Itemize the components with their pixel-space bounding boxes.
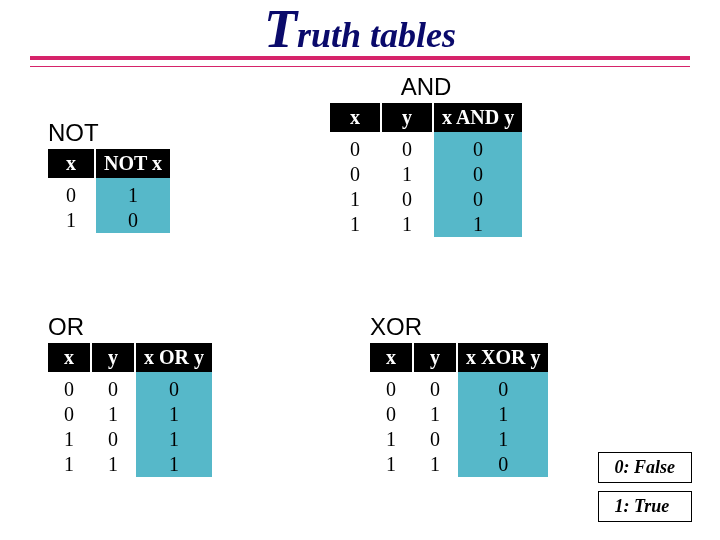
cell: 0 <box>433 162 522 187</box>
cell: 0 <box>330 162 381 187</box>
table-header-row: x NOT x <box>48 149 170 178</box>
cell: 1 <box>370 427 413 452</box>
cell: 1 <box>370 452 413 477</box>
table-not: x NOT x 0 1 1 0 <box>48 149 170 233</box>
table-header-row: x y x XOR y <box>370 343 548 372</box>
table-label-and: AND <box>330 73 522 101</box>
cell: 1 <box>433 212 522 237</box>
legend-true: 1: True <box>598 491 693 522</box>
col-header: x <box>48 343 91 372</box>
cell: 0 <box>433 132 522 162</box>
cell: 0 <box>413 372 457 402</box>
cell: 1 <box>48 208 95 233</box>
col-header: x XOR y <box>457 343 548 372</box>
table-row: 0 1 1 <box>48 402 212 427</box>
cell: 1 <box>91 452 135 477</box>
col-header: y <box>91 343 135 372</box>
table-label-not: NOT <box>48 119 170 147</box>
cell: 0 <box>457 372 548 402</box>
cell: 0 <box>457 452 548 477</box>
content-area: AND x y x AND y 0 0 0 0 1 0 1 0 0 <box>0 73 720 77</box>
cell: 1 <box>413 452 457 477</box>
truth-table-not: NOT x NOT x 0 1 1 0 <box>48 119 170 233</box>
cell: 0 <box>370 402 413 427</box>
cell: 1 <box>48 427 91 452</box>
table-row: 0 1 <box>48 178 170 208</box>
table-row: 0 0 0 <box>48 372 212 402</box>
page-title: Truth tables <box>264 2 456 56</box>
col-header: x OR y <box>135 343 212 372</box>
table-or: x y x OR y 0 0 0 0 1 1 1 0 1 1 1 <box>48 343 212 477</box>
cell: 1 <box>330 212 381 237</box>
cell: 0 <box>91 372 135 402</box>
table-row: 1 1 1 <box>330 212 522 237</box>
cell: 1 <box>91 402 135 427</box>
cell: 0 <box>370 372 413 402</box>
cell: 0 <box>433 187 522 212</box>
col-header: x <box>330 103 381 132</box>
legend-false: 0: False <box>598 452 693 483</box>
page-title-wrap: Truth tables <box>0 0 720 56</box>
cell: 1 <box>48 452 91 477</box>
truth-table-xor: XOR x y x XOR y 0 0 0 0 1 1 1 0 1 <box>370 313 548 477</box>
table-row: 0 0 0 <box>330 132 522 162</box>
title-underline-thin <box>30 66 690 67</box>
table-row: 1 0 1 <box>48 427 212 452</box>
cell: 0 <box>48 178 95 208</box>
col-header: y <box>413 343 457 372</box>
table-header-row: x y x OR y <box>48 343 212 372</box>
legend: 0: False 1: True <box>598 444 693 522</box>
cell: 1 <box>330 187 381 212</box>
col-header: y <box>381 103 433 132</box>
table-xor: x y x XOR y 0 0 0 0 1 1 1 0 1 1 1 <box>370 343 548 477</box>
table-row: 0 1 0 <box>330 162 522 187</box>
table-row: 0 0 0 <box>370 372 548 402</box>
title-rest: ruth tables <box>297 15 456 55</box>
truth-table-and: AND x y x AND y 0 0 0 0 1 0 1 0 0 <box>330 73 522 237</box>
cell: 1 <box>135 402 212 427</box>
table-header-row: x y x AND y <box>330 103 522 132</box>
cell: 0 <box>330 132 381 162</box>
cell: 1 <box>95 178 170 208</box>
table-row: 1 0 1 <box>370 427 548 452</box>
cell: 0 <box>48 402 91 427</box>
cell: 1 <box>381 162 433 187</box>
truth-table-or: OR x y x OR y 0 0 0 0 1 1 1 0 1 <box>48 313 212 477</box>
title-underline-thick <box>30 56 690 60</box>
table-label-or: OR <box>48 313 212 341</box>
table-row: 1 0 0 <box>330 187 522 212</box>
cell: 0 <box>381 132 433 162</box>
cell: 0 <box>91 427 135 452</box>
table-row: 1 1 1 <box>48 452 212 477</box>
col-header: x <box>48 149 95 178</box>
cell: 0 <box>413 427 457 452</box>
cell: 0 <box>381 187 433 212</box>
cell: 1 <box>457 402 548 427</box>
cell: 1 <box>413 402 457 427</box>
cell: 1 <box>135 427 212 452</box>
table-label-xor: XOR <box>370 313 548 341</box>
col-header: NOT x <box>95 149 170 178</box>
cell: 0 <box>48 372 91 402</box>
table-row: 1 1 0 <box>370 452 548 477</box>
table-row: 0 1 1 <box>370 402 548 427</box>
cell: 0 <box>95 208 170 233</box>
table-and: x y x AND y 0 0 0 0 1 0 1 0 0 1 1 <box>330 103 522 237</box>
cell: 1 <box>457 427 548 452</box>
col-header: x AND y <box>433 103 522 132</box>
cell: 0 <box>135 372 212 402</box>
title-first-letter: T <box>264 0 297 59</box>
col-header: x <box>370 343 413 372</box>
table-row: 1 0 <box>48 208 170 233</box>
cell: 1 <box>381 212 433 237</box>
cell: 1 <box>135 452 212 477</box>
